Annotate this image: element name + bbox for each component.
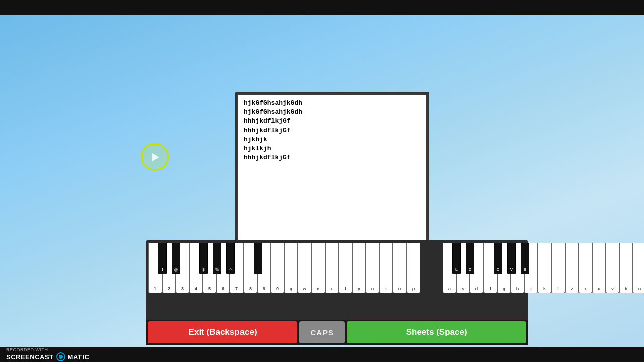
- recorded-with-label: RECORDED WITH: [6, 347, 89, 352]
- black-key-percent[interactable]: %: [213, 243, 221, 274]
- text-line-4: hhhjkdflkjGf: [244, 126, 421, 135]
- white-key-c[interactable]: c: [592, 243, 606, 293]
- black-key-C[interactable]: C: [494, 243, 502, 274]
- white-key-b[interactable]: b: [619, 243, 633, 293]
- screencast-circle-inner: [59, 355, 63, 359]
- white-key-0[interactable]: 0: [271, 243, 284, 293]
- piano-left-section: 1 2 3 4 5 6 7 8 9 0 q w e r t y u i o p …: [148, 243, 420, 298]
- bottom-buttons-bar: Exit (Backspace) CAPS Sheets (Space): [146, 320, 528, 345]
- white-key-l[interactable]: l: [551, 243, 565, 293]
- app-name-text: SCREENCAST: [6, 353, 54, 361]
- cursor-indicator: [141, 143, 169, 171]
- black-key-B[interactable]: B: [521, 243, 529, 274]
- text-line-2: hjkGfGhsahjkGdh: [244, 108, 421, 117]
- app-name-label: SCREENCAST MATIC: [6, 352, 89, 361]
- white-key-t[interactable]: t: [339, 243, 352, 293]
- white-key-r[interactable]: r: [325, 243, 339, 293]
- white-key-y[interactable]: y: [352, 243, 366, 293]
- white-key-i[interactable]: i: [379, 243, 393, 293]
- text-line-5: hjkhjk: [244, 135, 421, 144]
- black-key-excl[interactable]: !: [158, 243, 167, 274]
- screencast-circle-icon: [56, 352, 65, 361]
- black-key-V[interactable]: V: [507, 243, 516, 274]
- white-key-o[interactable]: o: [393, 243, 407, 293]
- cursor-arrow: [152, 153, 159, 161]
- text-line-6: hjklkjh: [244, 144, 421, 153]
- sheets-button[interactable]: Sheets (Space): [347, 321, 526, 343]
- white-key-w[interactable]: w: [298, 243, 311, 293]
- caps-button[interactable]: CAPS: [299, 321, 345, 343]
- left-piano-keys: 1 2 3 4 5 6 7 8 9 0 q w e r t y u i o p …: [148, 243, 420, 298]
- black-key-caret[interactable]: ^: [226, 243, 235, 274]
- white-key-k[interactable]: k: [538, 243, 551, 293]
- white-key-z[interactable]: z: [565, 243, 579, 293]
- text-line-3: hhhjkdflkjGf: [244, 117, 421, 126]
- bottom-bar: RECORDED WITH SCREENCAST MATIC: [0, 347, 644, 362]
- white-key-u[interactable]: u: [366, 243, 379, 293]
- black-key-Z[interactable]: Z: [466, 243, 474, 274]
- white-key-x[interactable]: x: [579, 243, 592, 293]
- black-key-apos[interactable]: ': [254, 243, 262, 274]
- app-suffix-text: MATIC: [68, 353, 90, 361]
- screencast-logo: RECORDED WITH SCREENCAST MATIC: [6, 347, 89, 361]
- text-line-7: hhhjkdflkjGf: [244, 153, 421, 162]
- white-key-e[interactable]: e: [311, 243, 325, 293]
- black-key-L[interactable]: L: [452, 243, 461, 274]
- white-key-v[interactable]: v: [606, 243, 619, 293]
- top-bar: [0, 0, 644, 15]
- text-line-1: hjkGfGhsahjkGdh: [244, 99, 421, 108]
- piano-right-section: a s d f g h j k l z x c v b n m L Z C V …: [443, 243, 644, 298]
- white-key-p[interactable]: p: [407, 243, 420, 293]
- white-key-q[interactable]: q: [284, 243, 298, 293]
- exit-button[interactable]: Exit (Backspace): [148, 321, 297, 343]
- black-key-dollar[interactable]: $: [199, 243, 208, 274]
- white-key-n[interactable]: n: [633, 243, 644, 293]
- right-piano-keys: a s d f g h j k l z x c v b n m L Z C V …: [443, 243, 644, 298]
- black-key-at[interactable]: @: [172, 243, 180, 274]
